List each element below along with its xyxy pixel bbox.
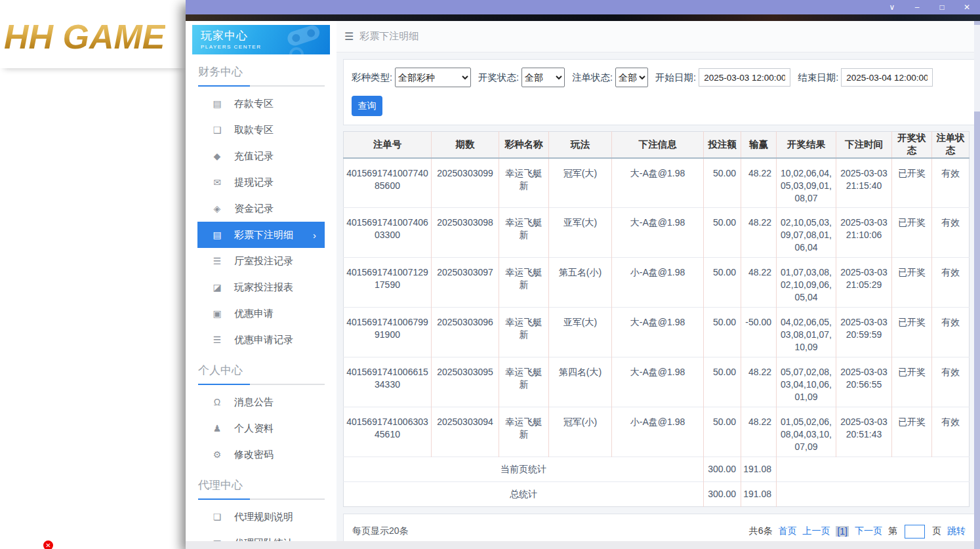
table-cell: 50.00 xyxy=(704,407,741,457)
minimize-button[interactable]: – xyxy=(912,3,922,11)
query-button[interactable]: 查询 xyxy=(352,96,382,116)
sidebar-item-lottery-bet-details[interactable]: ▤ 彩票下注明细 › xyxy=(197,222,325,248)
table-cell: 01,05,02,06,08,04,03,10,07,09 xyxy=(777,407,836,457)
sidebar-item-funds-records[interactable]: ◈ 资金记录 xyxy=(197,195,325,222)
lottery-type-select[interactable]: 全部彩种 xyxy=(395,68,471,87)
list-icon: ☰ xyxy=(211,256,223,266)
sidebar-item-label: 消息公告 xyxy=(234,396,274,409)
sidebar-item-messages[interactable]: Ω 消息公告 xyxy=(197,389,325,415)
table-cell: 已开奖 xyxy=(892,308,932,357)
draw-status-select[interactable]: 全部 xyxy=(521,68,565,87)
table-cell: 第五名(小) xyxy=(549,258,612,308)
table-cell: 幸运飞艇新 xyxy=(499,208,549,258)
chevron-right-icon: › xyxy=(313,230,316,241)
bell-icon: Ω xyxy=(211,397,223,407)
table-cell: 48.22 xyxy=(741,208,777,258)
sidebar-item-recharge-records[interactable]: ◆ 充值记录 xyxy=(197,143,325,169)
jump-prefix-text: 第 xyxy=(888,525,897,537)
table-cell: 50.00 xyxy=(704,208,741,258)
table-cell: 401569174100661534330 xyxy=(344,357,432,407)
table-header-row: 注单号 期数 彩种名称 玩法 下注信息 投注额 输赢 开奖结果 下注时间 开奖状… xyxy=(344,132,970,158)
sidebar-item-change-password[interactable]: ⚙ 修改密码 xyxy=(197,441,325,468)
table-cell: 50.00 xyxy=(704,357,741,407)
gift-icon: ▣ xyxy=(211,308,223,319)
page-topbar: ☰ 彩票下注明细 xyxy=(337,21,980,52)
table-cell: 小-A盘@1.98 xyxy=(612,407,704,457)
col-draw-status: 开奖状态 xyxy=(892,132,932,158)
table-cell: 大-A盘@1.98 xyxy=(612,208,704,258)
table-cell: 已开奖 xyxy=(892,407,932,457)
order-status-select[interactable]: 全部 xyxy=(615,68,648,87)
section-title-finance: 财务中心 xyxy=(198,64,337,79)
chevron-down-icon[interactable]: ∨ xyxy=(888,3,897,11)
close-button[interactable]: ✕ xyxy=(962,3,971,11)
jump-action-link[interactable]: 跳转 xyxy=(947,525,966,537)
sidebar-item-label: 玩家投注报表 xyxy=(234,281,293,294)
table-cell: 20250303094 xyxy=(432,407,499,457)
table-cell: 20250303098 xyxy=(432,208,499,258)
scrollbar[interactable] xyxy=(974,21,980,549)
next-page-link[interactable]: 下一页 xyxy=(855,525,882,537)
app-window: ∨ – □ ✕ 玩家中心 PLAYERS CENTER 财务中心 ▤ 存款专区 … xyxy=(186,0,980,549)
hamburger-icon[interactable]: ☰ xyxy=(344,30,354,43)
maximize-button[interactable]: □ xyxy=(937,3,947,11)
sidebar-item-withdrawal-records[interactable]: ✉ 提现记录 xyxy=(197,169,325,195)
sidebar-item-label: 资金记录 xyxy=(234,203,274,215)
col-order-id: 注单号 xyxy=(344,132,432,158)
table-cell: 冠军(小) xyxy=(549,407,612,457)
table-cell: 10,02,06,04,05,03,09,01,08,07 xyxy=(777,158,836,208)
order-status-label: 注单状态: xyxy=(572,71,613,84)
sidebar-item-promo-application[interactable]: ▣ 优惠申请 xyxy=(197,300,325,327)
table-cell: 05,07,02,08,03,04,10,06,01,09 xyxy=(777,357,836,407)
table-cell: 2025-03-03 20:59:59 xyxy=(836,308,892,357)
wallet-icon: ✉ xyxy=(211,177,223,188)
table-cell: 20250303099 xyxy=(432,158,499,208)
table-cell: 幸运飞艇新 xyxy=(499,158,549,208)
sidebar-item-withdraw-zone[interactable]: ❑ 取款专区 xyxy=(197,117,325,143)
sidebar-item-profile[interactable]: ♟ 个人资料 xyxy=(197,415,325,441)
table-cell: 401569174100630345610 xyxy=(344,407,432,457)
page-jump-input[interactable] xyxy=(905,525,925,539)
sidebar-item-deposit-zone[interactable]: ▤ 存款专区 xyxy=(197,91,325,117)
prev-page-link[interactable]: 上一页 xyxy=(802,525,830,537)
sidebar-item-agent-rules[interactable]: ❏ 代理规则说明 xyxy=(197,504,325,530)
table-cell: 401569174100679991900 xyxy=(344,308,432,357)
deposit-card-icon: ▤ xyxy=(211,98,223,109)
person-icon: ♟ xyxy=(211,423,223,434)
sidebar-item-player-bet-report[interactable]: ◪ 玩家投注报表 xyxy=(197,274,325,300)
sidebar-item-label: 厅室投注记录 xyxy=(234,255,293,268)
sidebar: 玩家中心 PLAYERS CENTER 财务中心 ▤ 存款专区 ❑ 取款专区 ◆… xyxy=(186,21,337,549)
table-cell: 幸运飞艇新 xyxy=(499,357,549,407)
end-date-input[interactable] xyxy=(841,68,933,87)
start-date-input[interactable] xyxy=(699,68,790,87)
col-bet-amount: 投注额 xyxy=(704,132,741,158)
table-cell: 401569174100712917590 xyxy=(344,258,432,308)
col-winloss: 输赢 xyxy=(741,132,777,158)
end-date-label: 结束日期: xyxy=(798,71,838,84)
col-lottery-name: 彩种名称 xyxy=(499,132,549,158)
first-page-link[interactable]: 首页 xyxy=(778,525,796,537)
sidebar-item-label: 提现记录 xyxy=(234,176,274,189)
table-cell: 已开奖 xyxy=(892,357,932,407)
table-cell: 04,02,06,05,03,08,01,07,10,09 xyxy=(777,308,836,357)
table-cell: 已开奖 xyxy=(892,258,932,308)
withdraw-hand-icon: ❑ xyxy=(211,125,223,135)
total-count-text: 共6条 xyxy=(749,525,773,537)
sidebar-item-hall-bet-records[interactable]: ☰ 厅室投注记录 xyxy=(197,248,325,274)
scrollbar-thumb[interactable] xyxy=(974,25,980,112)
table-cell: 有效 xyxy=(932,308,970,357)
table-cell: 亚军(大) xyxy=(549,208,612,258)
page-summary-row: 当前页统计 300.00 191.08 xyxy=(344,457,970,482)
col-draw-result: 开奖结果 xyxy=(777,132,836,158)
sidebar-item-promo-application-records[interactable]: ☰ 优惠申请记录 xyxy=(197,327,325,353)
current-page-indicator: [1] xyxy=(836,526,849,537)
sidebar-item-label: 彩票下注明细 xyxy=(234,229,293,241)
table-cell: -50.00 xyxy=(741,308,777,357)
col-order-status: 注单状态 xyxy=(932,132,970,158)
sidebar-item-label: 充值记录 xyxy=(234,150,274,163)
table-row: 401569174100630345610 20250303094 幸运飞艇新 … xyxy=(344,407,970,457)
main-area: ☰ 彩票下注明细 彩种类型: 全部彩种 开奖状态: 全部 注单状态: xyxy=(337,21,980,549)
table-cell: 有效 xyxy=(932,258,970,308)
table-cell: 01,07,03,08,02,10,09,06,05,04 xyxy=(777,258,836,308)
table-cell: 小-A盘@1.98 xyxy=(612,258,704,308)
